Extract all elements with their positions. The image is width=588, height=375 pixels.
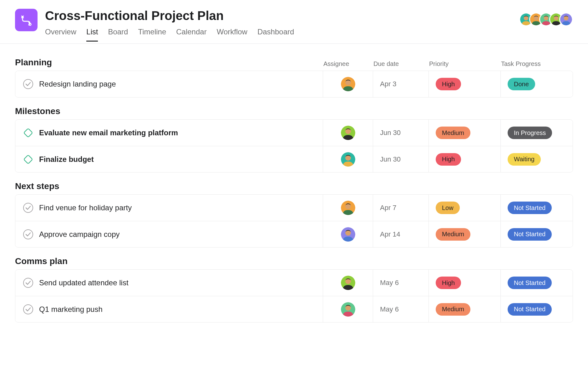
cell-progress[interactable]: Not Started bbox=[501, 270, 573, 296]
col-header-progress[interactable]: Task Progress bbox=[501, 60, 573, 68]
milestone-icon[interactable] bbox=[23, 154, 33, 165]
cell-assignee[interactable] bbox=[323, 296, 373, 322]
assignee-avatar[interactable] bbox=[341, 152, 355, 167]
cell-priority[interactable]: Medium bbox=[429, 221, 501, 247]
cell-progress[interactable]: Done bbox=[501, 71, 573, 97]
cell-priority[interactable]: Medium bbox=[429, 120, 501, 146]
column-headers: AssigneeDue datePriorityTask Progress bbox=[323, 60, 573, 68]
col-header-due[interactable]: Due date bbox=[373, 60, 429, 68]
section: PlanningAssigneeDue datePriorityTask Pro… bbox=[15, 58, 573, 98]
cell-due-date[interactable]: Jun 30 bbox=[373, 120, 429, 146]
member-stack[interactable] bbox=[519, 12, 573, 26]
assignee-avatar[interactable] bbox=[341, 302, 355, 317]
cell-assignee[interactable] bbox=[323, 120, 373, 146]
cell-assignee[interactable] bbox=[323, 270, 373, 296]
task-row[interactable]: Redesign landing page Apr 3HighDone bbox=[15, 71, 573, 97]
svg-point-30 bbox=[23, 305, 33, 314]
section: Next stepsFind venue for holiday party A… bbox=[15, 181, 573, 248]
col-header-assignee[interactable]: Assignee bbox=[323, 60, 373, 68]
task-name: Approve campaign copy bbox=[39, 230, 119, 239]
member-avatar[interactable] bbox=[559, 12, 573, 26]
content: PlanningAssigneeDue datePriorityTask Pro… bbox=[0, 44, 588, 338]
cell-due-date[interactable]: Apr 7 bbox=[373, 195, 429, 221]
cell-due-date[interactable]: May 6 bbox=[373, 296, 429, 322]
tab-board[interactable]: Board bbox=[108, 28, 128, 42]
cell-priority[interactable]: High bbox=[429, 270, 501, 296]
cell-name[interactable]: Q1 marketing push bbox=[15, 296, 323, 322]
cell-priority[interactable]: High bbox=[429, 146, 501, 172]
tab-list[interactable]: List bbox=[86, 28, 98, 42]
header: Cross-Functional Project Plan OverviewLi… bbox=[0, 0, 588, 44]
cell-progress[interactable]: Not Started bbox=[501, 296, 573, 322]
project-icon bbox=[15, 9, 38, 31]
cell-due-date[interactable]: Jun 30 bbox=[373, 146, 429, 172]
cell-due-date[interactable]: Apr 3 bbox=[373, 71, 429, 97]
task-row[interactable]: Send updated attendee list May 6HighNot … bbox=[15, 270, 573, 296]
task-row[interactable]: Finalize budget Jun 30HighWaiting bbox=[15, 146, 573, 172]
task-row[interactable]: Find venue for holiday party Apr 7LowNot… bbox=[15, 195, 573, 221]
tab-workflow[interactable]: Workflow bbox=[217, 28, 247, 42]
check-circle-icon[interactable] bbox=[23, 79, 33, 89]
progress-pill: Not Started bbox=[508, 277, 552, 289]
cell-due-date[interactable]: May 6 bbox=[373, 270, 429, 296]
task-name: Send updated attendee list bbox=[39, 278, 129, 287]
milestone-icon[interactable] bbox=[23, 128, 33, 138]
section-title[interactable]: Comms plan bbox=[15, 256, 68, 266]
cell-assignee[interactable] bbox=[323, 146, 373, 172]
cell-progress[interactable]: In Progress bbox=[501, 120, 573, 146]
svg-point-24 bbox=[23, 230, 33, 239]
cell-progress[interactable]: Waiting bbox=[501, 146, 573, 172]
assignee-avatar[interactable] bbox=[341, 77, 355, 91]
col-header-priority[interactable]: Priority bbox=[429, 60, 501, 68]
check-circle-icon[interactable] bbox=[23, 202, 33, 213]
assignee-avatar[interactable] bbox=[341, 227, 355, 242]
header-main: Cross-Functional Project Plan OverviewLi… bbox=[45, 6, 573, 42]
progress-pill: Not Started bbox=[508, 228, 552, 241]
cell-priority[interactable]: Low bbox=[429, 195, 501, 221]
assignee-avatar[interactable] bbox=[341, 201, 355, 215]
cell-name[interactable]: Redesign landing page bbox=[15, 71, 323, 97]
progress-pill: Done bbox=[508, 78, 535, 90]
assignee-avatar[interactable] bbox=[341, 276, 355, 290]
task-row[interactable]: Approve campaign copy Apr 14MediumNot St… bbox=[15, 221, 573, 247]
cell-priority[interactable]: Medium bbox=[429, 296, 501, 322]
progress-pill: In Progress bbox=[508, 127, 552, 139]
tab-overview[interactable]: Overview bbox=[45, 28, 76, 42]
cell-name[interactable]: Send updated attendee list bbox=[15, 270, 323, 296]
cell-name[interactable]: Finalize budget bbox=[15, 146, 323, 172]
priority-pill: Medium bbox=[436, 127, 470, 139]
check-circle-icon[interactable] bbox=[23, 278, 33, 288]
progress-pill: Not Started bbox=[508, 202, 552, 214]
task-row[interactable]: Evaluate new email marketing platform Ju… bbox=[15, 120, 573, 146]
tab-dashboard[interactable]: Dashboard bbox=[257, 28, 294, 42]
svg-rect-15 bbox=[24, 128, 33, 137]
section-title[interactable]: Next steps bbox=[15, 181, 59, 191]
cell-assignee[interactable] bbox=[323, 221, 373, 247]
cell-priority[interactable]: High bbox=[429, 71, 501, 97]
check-circle-icon[interactable] bbox=[23, 229, 33, 240]
section-title[interactable]: Milestones bbox=[15, 106, 60, 116]
cell-name[interactable]: Find venue for holiday party bbox=[15, 195, 323, 221]
cell-assignee[interactable] bbox=[323, 71, 373, 97]
priority-pill: High bbox=[436, 78, 461, 90]
section-header: PlanningAssigneeDue datePriorityTask Pro… bbox=[15, 58, 573, 68]
svg-rect-18 bbox=[24, 155, 33, 163]
tab-calendar[interactable]: Calendar bbox=[176, 28, 206, 42]
priority-pill: High bbox=[436, 153, 461, 166]
assignee-avatar[interactable] bbox=[341, 126, 355, 140]
cell-assignee[interactable] bbox=[323, 195, 373, 221]
section: MilestonesEvaluate new email marketing p… bbox=[15, 106, 573, 172]
cell-progress[interactable]: Not Started bbox=[501, 195, 573, 221]
task-name: Evaluate new email marketing platform bbox=[39, 128, 178, 137]
tab-timeline[interactable]: Timeline bbox=[138, 28, 166, 42]
section-header: Milestones bbox=[15, 106, 573, 116]
task-name: Redesign landing page bbox=[39, 80, 116, 88]
cell-name[interactable]: Evaluate new email marketing platform bbox=[15, 120, 323, 146]
task-row[interactable]: Q1 marketing push May 6MediumNot Started bbox=[15, 296, 573, 322]
section: Comms planSend updated attendee list May… bbox=[15, 256, 573, 322]
section-title[interactable]: Planning bbox=[15, 58, 52, 68]
cell-progress[interactable]: Not Started bbox=[501, 221, 573, 247]
cell-name[interactable]: Approve campaign copy bbox=[15, 221, 323, 247]
cell-due-date[interactable]: Apr 14 bbox=[373, 221, 429, 247]
check-circle-icon[interactable] bbox=[23, 304, 33, 315]
